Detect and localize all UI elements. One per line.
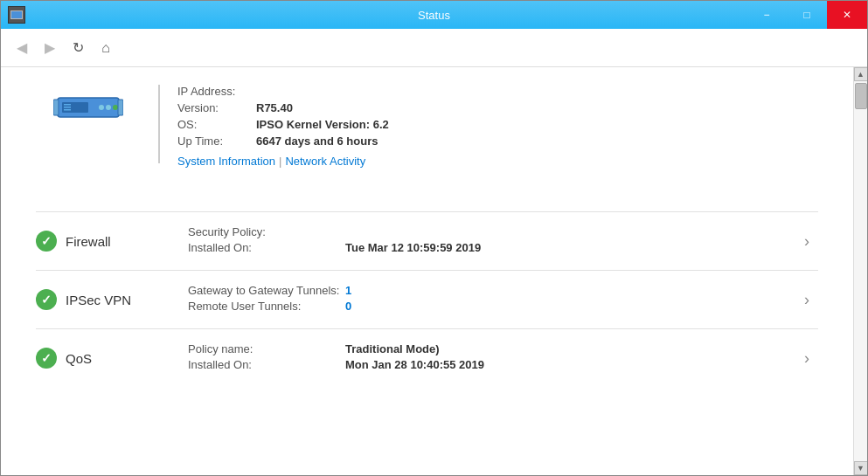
scroll-thumb[interactable] xyxy=(855,83,867,109)
version-value: R75.40 xyxy=(256,101,293,114)
svg-rect-11 xyxy=(118,100,123,115)
chevron-icon-1[interactable]: › xyxy=(804,291,809,309)
svg-point-5 xyxy=(106,105,111,110)
svg-rect-1 xyxy=(11,11,22,18)
ip-label: IP Address: xyxy=(177,85,256,98)
detail-label-0-1: Installed On: xyxy=(188,241,345,254)
section-details-0: Security Policy:Installed On:Tue Mar 12 … xyxy=(188,225,818,257)
section-name-1: IPSec VPN xyxy=(66,293,153,307)
main-content: IP Address: Version: R75.40 OS: IPSO Ker… xyxy=(1,67,853,475)
svg-point-4 xyxy=(99,105,104,110)
minimize-button[interactable]: − xyxy=(746,1,787,29)
detail-row-1-1: Remote User Tunnels:0 xyxy=(188,300,818,313)
toolbar: ◀ ▶ ↻ ⌂ xyxy=(1,29,867,67)
svg-point-6 xyxy=(113,105,118,110)
network-activity-link[interactable]: Network Activity xyxy=(285,155,365,168)
detail-value-2-1: Mon Jan 28 10:40:55 2019 xyxy=(345,358,484,371)
title-bar-left xyxy=(1,6,32,24)
detail-row-2-0: Policy name:Traditional Mode) xyxy=(188,342,818,355)
os-row: OS: IPSO Kernel Version: 6.2 xyxy=(177,118,818,131)
status-section-qos: ✓QoSPolicy name:Traditional Mode)Install… xyxy=(36,328,818,387)
detail-label-0-0: Security Policy: xyxy=(188,225,345,238)
detail-row-1-0: Gateway to Gateway Tunnels:1 xyxy=(188,284,818,297)
title-bar: Status − □ ✕ xyxy=(1,1,867,29)
detail-value-2-0: Traditional Mode) xyxy=(345,342,440,355)
link-separator: | xyxy=(279,155,281,168)
os-value: IPSO Kernel Version: 6.2 xyxy=(256,118,389,131)
ip-row: IP Address: xyxy=(177,85,818,98)
scrollbar: ▲ ▼ xyxy=(853,67,867,475)
status-icon-0: ✓ xyxy=(36,231,57,252)
detail-value-1-0: 1 xyxy=(345,284,351,297)
detail-value-1-1: 0 xyxy=(345,300,351,313)
window-title: Status xyxy=(418,9,450,22)
detail-label-1-1: Remote User Tunnels: xyxy=(188,300,345,313)
content-area: IP Address: Version: R75.40 OS: IPSO Ker… xyxy=(1,67,867,475)
svg-rect-9 xyxy=(64,109,71,111)
scroll-up-arrow[interactable]: ▲ xyxy=(854,67,868,81)
detail-label-2-0: Policy name: xyxy=(188,342,345,355)
close-button[interactable]: ✕ xyxy=(827,1,867,29)
detail-row-0-1: Installed On:Tue Mar 12 10:59:59 2019 xyxy=(188,241,818,254)
device-section: IP Address: Version: R75.40 OS: IPSO Ker… xyxy=(36,85,818,185)
status-icon-1: ✓ xyxy=(36,289,57,310)
uptime-value: 6647 days and 6 hours xyxy=(256,135,378,148)
status-icon-2: ✓ xyxy=(36,348,57,369)
svg-rect-8 xyxy=(64,107,71,108)
section-details-2: Policy name:Traditional Mode)Installed O… xyxy=(188,342,818,374)
maximize-button[interactable]: □ xyxy=(787,1,827,29)
back-button[interactable]: ◀ xyxy=(8,34,36,62)
system-info-link[interactable]: System Information xyxy=(177,155,275,168)
uptime-row: Up Time: 6647 days and 6 hours xyxy=(177,135,818,148)
detail-label-1-0: Gateway to Gateway Tunnels: xyxy=(188,284,345,297)
scroll-track[interactable] xyxy=(854,81,868,461)
info-divider xyxy=(158,85,160,163)
window-controls: − □ ✕ xyxy=(746,1,867,29)
status-section-firewall: ✓FirewallSecurity Policy:Installed On:Tu… xyxy=(36,211,818,270)
svg-rect-7 xyxy=(64,104,71,106)
status-section-ipsec-vpn: ✓IPSec VPNGateway to Gateway Tunnels:1Re… xyxy=(36,270,818,328)
uptime-label: Up Time: xyxy=(177,135,256,148)
version-label: Version: xyxy=(177,101,256,114)
device-icon xyxy=(36,85,141,128)
chevron-icon-0[interactable]: › xyxy=(804,232,809,251)
scroll-down-arrow[interactable]: ▼ xyxy=(854,461,868,475)
os-label: OS: xyxy=(177,118,256,131)
home-button[interactable]: ⌂ xyxy=(92,34,120,62)
chevron-icon-2[interactable]: › xyxy=(804,349,809,368)
detail-value-0-1: Tue Mar 12 10:59:59 2019 xyxy=(345,241,481,254)
refresh-button[interactable]: ↻ xyxy=(64,34,92,62)
version-row: Version: R75.40 xyxy=(177,101,818,114)
detail-row-2-1: Installed On:Mon Jan 28 10:40:55 2019 xyxy=(188,358,818,371)
device-info: IP Address: Version: R75.40 OS: IPSO Ker… xyxy=(177,85,818,168)
app-icon xyxy=(8,6,25,24)
main-window: Status − □ ✕ ◀ ▶ ↻ ⌂ xyxy=(0,0,868,476)
detail-row-0-0: Security Policy: xyxy=(188,225,818,238)
forward-button[interactable]: ▶ xyxy=(36,34,64,62)
svg-rect-10 xyxy=(53,100,59,115)
section-name-2: QoS xyxy=(66,351,153,366)
section-details-1: Gateway to Gateway Tunnels:1Remote User … xyxy=(188,284,818,315)
section-name-0: Firewall xyxy=(66,234,153,249)
sections-container: ✓FirewallSecurity Policy:Installed On:Tu… xyxy=(36,211,818,387)
info-links: System Information | Network Activity xyxy=(177,155,818,168)
detail-label-2-1: Installed On: xyxy=(188,358,345,371)
